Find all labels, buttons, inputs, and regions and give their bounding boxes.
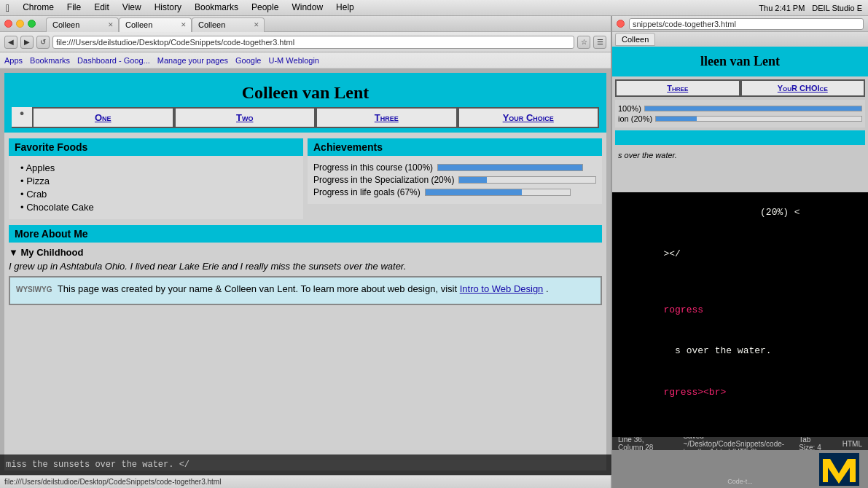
right-nav-partial: Three YouR CHOIce [612,76,868,97]
right-close-button[interactable] [617,20,625,28]
menu-view[interactable]: View [122,2,141,14]
clock: Thu 2:41 PM [759,4,805,12]
right-childhood-partial: s over the water. [612,148,868,162]
favorite-foods-header: Favorite Foods [9,138,303,156]
bookmark-apps[interactable]: Apps [4,56,23,65]
more-about-section: More About Me [9,225,602,243]
progress-bar-fill-1 [459,177,486,183]
tab-0[interactable]: Colleen ✕ [46,17,119,32]
web-page: Colleen van Lent ● One Two Thre [4,73,606,471]
status-url: file:///Users/deilstudioe/Desktop/CodeSn… [4,478,221,486]
nav-tab-spacer: ● [12,107,32,128]
tab-close-1[interactable]: ✕ [179,20,188,29]
code-position: Line 36, Column 28 [618,436,668,452]
tab-close-0[interactable]: ✕ [106,20,115,29]
refresh-button[interactable]: ↺ [36,36,50,49]
scroll-text: miss the sunsets over the water. </ [0,460,195,470]
right-tab[interactable]: Colleen [615,33,655,46]
mac-topbar:  Chrome File Edit View History Bookmark… [0,0,868,16]
right-progress-1 [655,116,862,122]
code-line-8: re about web design, visit Intro i [612,428,868,437]
code-bottom-label: Code-t... [727,478,753,485]
bookmark-dashboard[interactable]: Dashboard - Goog... [77,56,150,65]
achievement-row-0: Progress in this course (100%) [313,162,596,173]
childhood-section: ▼ My Childhood I grew up in Ashtabula Oh… [9,247,602,272]
minimize-button[interactable] [16,20,24,28]
page-title: Colleen van Lent [4,83,606,103]
bottom-bar: Code-t... [612,450,868,488]
tab-close-2[interactable]: ✕ [252,20,261,29]
bookmark-google[interactable]: Google [235,56,261,65]
bookmark-umweblogin[interactable]: U-M Weblogin [269,56,320,65]
bookmarks-bar: Apps Bookmarks Dashboard - Goog... Manag… [0,52,611,68]
favorite-foods-section: Favorite Foods Apples Pizza Crab Chocola… [9,138,303,219]
food-item-2: Crab [20,189,297,200]
right-progress-0 [644,106,862,111]
right-panel: snippets/code-together3.html Colleen lle… [612,16,868,488]
bookmark-manage[interactable]: Manage your pages [157,56,228,65]
code-editor: (20%) < ></ rogress s over the water. rg… [612,192,868,437]
nav-tabs: ● One Two Three Your Choice [4,103,606,128]
code-tabsize: Tab Size: 4 [799,436,828,452]
nav-tab-one[interactable]: One [32,107,174,128]
code-line-3 [612,275,868,289]
achievements-body: Progress in this course (100%) Progress … [308,156,602,204]
nav-tab-two[interactable]: Two [174,107,316,128]
footer-link[interactable]: Intro to Web Design [460,283,544,294]
right-tab-yourchoice[interactable]: YouR CHOIce [740,79,866,97]
menu-chrome[interactable]: Chrome [23,2,54,14]
nav-tab-three[interactable]: Three [316,107,458,128]
address-input[interactable]: file:///Users/deilstudioe/Desktop/CodeSn… [52,36,574,49]
tab-bar: Colleen ✕ Colleen ✕ Colleen ✕ [43,16,267,32]
settings-button[interactable]: ☰ [593,36,606,49]
apple-menu[interactable]:  [6,2,9,14]
menu-history[interactable]: History [155,2,181,14]
bookmark-star[interactable]: ☆ [577,36,590,49]
app-name: DEIL Studio E [812,4,862,12]
nav-tab-yourchoice[interactable]: Your Choice [458,107,600,128]
right-tab-three[interactable]: Three [615,79,740,97]
tab-2[interactable]: Colleen ✕ [192,17,265,32]
maximize-button[interactable] [28,20,36,28]
progress-bar-fill-2 [426,189,523,195]
main-sections: Favorite Foods Apples Pizza Crab Chocola… [9,138,602,219]
page-header: Colleen van Lent ● One Two Thre [4,73,606,133]
right-address-display[interactable]: snippets/code-together3.html [629,18,864,30]
menu-edit[interactable]: Edit [94,2,109,14]
achievement-label-1: Progress in the Specialization (20%) [313,175,454,185]
progress-bar-container-1 [458,176,596,184]
achievements-section: Achievements Progress in this course (10… [308,138,602,219]
childhood-toggle[interactable]: ▼ My Childhood [9,247,602,258]
chrome-titlebar: Colleen ✕ Colleen ✕ Colleen ✕ [0,16,611,32]
page-content: Colleen van Lent ● One Two Thre [0,68,611,475]
right-titlebar: snippets/code-together3.html [612,16,868,32]
traffic-lights [4,20,36,28]
progress-bar-fill-0 [438,165,582,170]
menu-bookmarks[interactable]: Bookmarks [195,2,238,14]
browser-container: Colleen ✕ Colleen ✕ Colleen ✕ ◀ ▶ ↺ file… [0,16,868,488]
system-tray: Thu 2:41 PM DEIL Studio E [759,2,862,14]
code-mode: HTML [842,440,862,448]
scroll-overlay: miss the sunsets over the water. </ [0,454,611,475]
favorite-foods-body: Apples Pizza Crab Chocolate Cake [9,156,303,219]
browser-left: Colleen ✕ Colleen ✕ Colleen ✕ ◀ ▶ ↺ file… [0,16,612,488]
code-line-5: s over the water. [612,331,868,372]
food-item-0: Apples [20,162,297,173]
achievement-label-2: Progress in life goals (67%) [313,187,421,197]
menu-window[interactable]: Window [292,2,323,14]
childhood-text: I grew up in Ashtabula Ohio. I lived nea… [9,261,602,272]
right-ach-row-1: ion (20%) [618,114,862,123]
tab-1[interactable]: Colleen ✕ [119,17,192,32]
back-button[interactable]: ◀ [4,36,17,49]
progress-bar-container-0 [437,164,583,171]
menu-bar:  Chrome File Edit View History Bookmark… [6,2,862,14]
close-button[interactable] [4,20,12,28]
menu-file[interactable]: File [67,2,81,14]
bookmark-bookmarks[interactable]: Bookmarks [30,56,70,65]
right-ach-row-0: 100%) [618,104,862,113]
menu-help[interactable]: Help [336,2,354,14]
footer-text: This page was created by your name & Col… [58,283,457,294]
status-bar: file:///Users/deilstudioe/Desktop/CodeSn… [0,475,611,488]
forward-button[interactable]: ▶ [20,36,34,49]
menu-people[interactable]: People [251,2,278,14]
